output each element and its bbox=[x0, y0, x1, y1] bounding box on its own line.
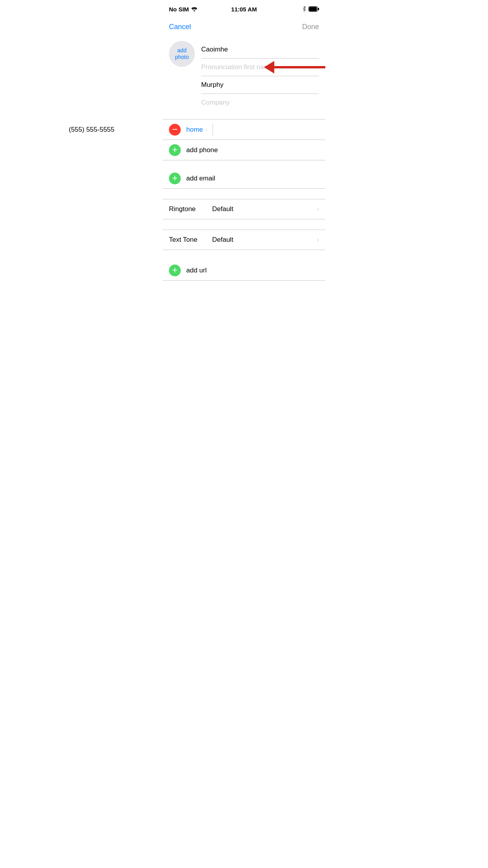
text-tone-value: Default bbox=[212, 236, 317, 244]
add-phone-row[interactable]: + add phone bbox=[163, 140, 325, 160]
status-time: 11:05 AM bbox=[231, 6, 257, 13]
first-name-input[interactable] bbox=[201, 46, 319, 53]
ringtone-row[interactable]: Ringtone Default › bbox=[163, 199, 325, 219]
add-url-icon: + bbox=[172, 265, 178, 275]
section-divider-2 bbox=[163, 160, 325, 168]
phone-row: − home › (555) 555-5555 bbox=[163, 120, 325, 140]
carrier-label: No SIM bbox=[169, 6, 189, 13]
name-fields: Caoimhe Pronunciation first name bbox=[201, 41, 319, 76]
text-tone-row[interactable]: Text Tone Default › bbox=[163, 230, 325, 250]
last-name-section: Murphy Company bbox=[163, 76, 325, 111]
add-email-row[interactable]: + add email bbox=[163, 168, 325, 189]
svg-rect-1 bbox=[318, 8, 319, 10]
add-url-label: add url bbox=[186, 267, 207, 274]
add-phone-icon: + bbox=[172, 145, 178, 154]
contact-form: add photo Caoimhe Pronunciation first na… bbox=[163, 37, 325, 281]
bluetooth-icon bbox=[302, 6, 306, 12]
phone-type-label: home bbox=[186, 126, 203, 134]
text-tone-label: Text Tone bbox=[169, 236, 212, 244]
status-left: No SIM bbox=[169, 6, 198, 13]
cancel-button[interactable]: Cancel bbox=[169, 23, 191, 31]
ringtone-label: Ringtone bbox=[169, 205, 212, 213]
add-email-button[interactable]: + bbox=[169, 173, 181, 184]
svg-rect-2 bbox=[309, 7, 317, 11]
last-name-row: Murphy bbox=[201, 76, 319, 94]
nav-bar: Cancel Done bbox=[163, 17, 325, 37]
battery-icon bbox=[308, 6, 319, 12]
phone-number-input[interactable] bbox=[218, 126, 319, 134]
wifi-icon bbox=[191, 7, 198, 12]
pronunciation-row: Pronunciation first name bbox=[201, 59, 319, 76]
done-button[interactable]: Done bbox=[302, 23, 319, 31]
company-row: Company bbox=[201, 94, 319, 111]
remove-phone-button[interactable]: − bbox=[169, 124, 181, 136]
add-email-label: add email bbox=[186, 175, 215, 182]
minus-icon: − bbox=[172, 125, 178, 134]
first-name-row: Caoimhe bbox=[201, 41, 319, 59]
status-bar: No SIM 11:05 AM bbox=[163, 0, 325, 17]
arrow-line bbox=[274, 66, 325, 68]
photo-name-row: add photo Caoimhe Pronunciation first na… bbox=[163, 41, 325, 76]
ringtone-chevron: › bbox=[317, 206, 319, 213]
status-right bbox=[302, 6, 319, 12]
phone-type-button[interactable]: home › bbox=[186, 126, 207, 134]
section-divider-4 bbox=[163, 219, 325, 230]
phone-type-divider bbox=[213, 124, 213, 136]
add-photo-label: add photo bbox=[175, 47, 189, 61]
arrow-head bbox=[264, 61, 274, 74]
add-url-button[interactable]: + bbox=[169, 265, 181, 276]
section-divider-3 bbox=[163, 189, 325, 199]
last-name-input[interactable] bbox=[201, 81, 319, 89]
annotation-arrow bbox=[264, 61, 325, 74]
add-phone-button[interactable]: + bbox=[169, 144, 181, 156]
add-url-row[interactable]: + add url bbox=[163, 260, 325, 281]
add-photo-button[interactable]: add photo bbox=[169, 41, 195, 67]
section-divider-5 bbox=[163, 250, 325, 260]
phone-type-chevron: › bbox=[205, 127, 207, 133]
company-input[interactable] bbox=[201, 99, 319, 107]
add-phone-label: add phone bbox=[186, 146, 218, 154]
add-email-icon: + bbox=[172, 173, 178, 183]
text-tone-chevron: › bbox=[317, 236, 319, 243]
ringtone-value: Default bbox=[212, 205, 317, 213]
